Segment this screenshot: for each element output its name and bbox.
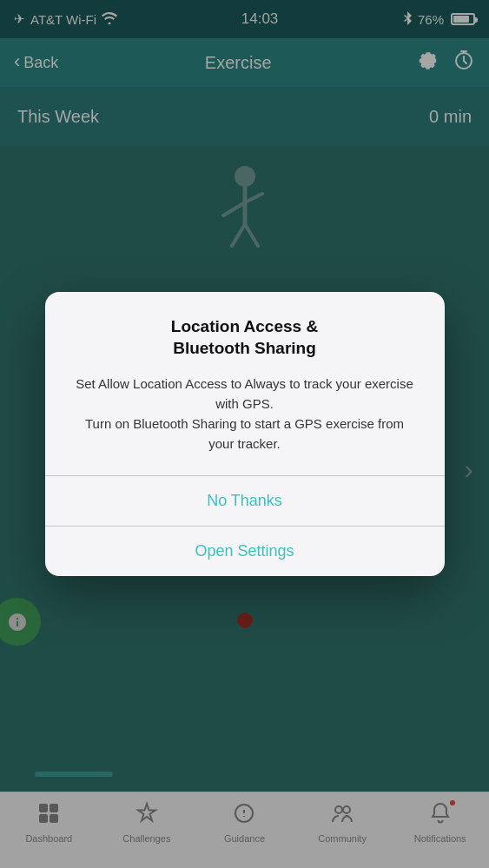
open-settings-button[interactable]: Open Settings — [45, 527, 445, 576]
modal-body: Location Access &Bluetooth Sharing Set A… — [45, 292, 445, 474]
modal-overlay: Location Access &Bluetooth Sharing Set A… — [0, 0, 489, 868]
no-thanks-button[interactable]: No Thanks — [45, 476, 445, 526]
modal-title: Location Access &Bluetooth Sharing — [73, 316, 417, 359]
modal-dialog: Location Access &Bluetooth Sharing Set A… — [45, 292, 445, 575]
modal-message: Set Allow Location Access to Always to t… — [73, 374, 417, 454]
